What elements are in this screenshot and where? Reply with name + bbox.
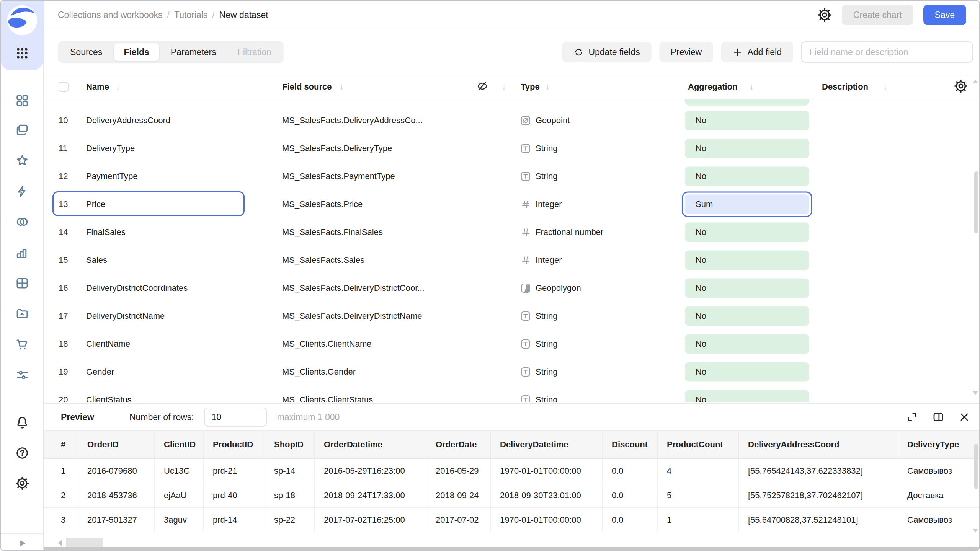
quick-actions-bolt-icon[interactable] <box>15 184 30 199</box>
aggregation-select[interactable]: No <box>682 359 812 385</box>
fields-scrollbar-thumb[interactable] <box>974 171 978 233</box>
field-row[interactable]: 11 DeliveryType MS_SalesFacts.DeliveryTy… <box>44 134 979 162</box>
help-icon[interactable] <box>15 445 30 461</box>
field-type[interactable]: String <box>521 339 557 349</box>
field-type[interactable]: String <box>521 143 557 153</box>
tab-parameters[interactable]: Parameters <box>161 43 226 61</box>
favorites-star-icon[interactable] <box>15 153 30 168</box>
fields-scroll-down-arrow-icon[interactable] <box>973 391 978 395</box>
tab-fields[interactable]: Fields <box>114 43 159 61</box>
column-header-aggregation[interactable]: Aggregation <box>688 82 738 92</box>
select-all-checkbox[interactable] <box>59 82 69 92</box>
aggregation-select[interactable]: No <box>682 275 812 301</box>
split-view-icon[interactable] <box>933 411 944 423</box>
bottom-scrollbar-track[interactable] <box>44 547 979 550</box>
aggregation-select[interactable]: No <box>682 303 812 329</box>
sort-arrow-field-source-icon[interactable]: ↓ <box>340 82 344 92</box>
field-row[interactable]: 13 Price MS_SalesFacts.Price Integer Sum <box>44 190 979 218</box>
aggregation-select[interactable]: No <box>682 135 812 161</box>
horizontal-scrollbar-thumb[interactable] <box>66 538 103 548</box>
datasets-circles-icon[interactable] <box>15 214 30 230</box>
columns-settings-gear-icon[interactable] <box>954 79 968 95</box>
preview-scroll-down-arrow-icon[interactable] <box>973 529 978 533</box>
field-row[interactable]: 19 Gender MS_Clients.Gender String No <box>44 358 979 386</box>
aggregation-select[interactable]: No <box>682 387 812 402</box>
dashboards-table-icon[interactable] <box>15 276 30 291</box>
services-grid-icon[interactable] <box>15 93 30 108</box>
aggregation-select[interactable]: No <box>682 108 812 133</box>
field-type[interactable]: Geopolygon <box>521 283 581 293</box>
field-row[interactable]: 12 PaymentType MS_SalesFacts.PaymentType… <box>44 162 979 190</box>
files-folder-icon[interactable] <box>15 306 30 321</box>
field-row[interactable]: 14 FinalSales MS_SalesFacts.FinalSales F… <box>44 218 979 246</box>
breadcrumb-tutorials[interactable]: Tutorials <box>174 10 207 20</box>
aggregation-select[interactable]: No <box>682 247 812 273</box>
aggregation-value: No <box>696 227 706 237</box>
field-type[interactable]: String <box>521 171 557 181</box>
sort-arrow-aggregation-icon[interactable]: ↓ <box>750 82 754 92</box>
save-button[interactable]: Save <box>923 5 966 25</box>
column-header-name[interactable]: Name <box>86 82 109 92</box>
dataset-settings-gear-icon[interactable] <box>817 8 832 22</box>
field-name: DeliveryDistrictCoordinates <box>86 283 188 293</box>
type-label: Geopoint <box>536 116 570 126</box>
aggregation-select[interactable]: No <box>682 219 812 245</box>
expand-sidebar-button[interactable] <box>15 537 30 549</box>
create-chart-button[interactable]: Create chart <box>842 5 913 25</box>
charts-bars-icon[interactable] <box>15 245 30 260</box>
field-type[interactable]: String <box>521 311 557 321</box>
field-row[interactable]: 17 DeliveryDistrictName MS_SalesFacts.De… <box>44 302 979 330</box>
horizontal-scrollbar[interactable] <box>44 538 971 548</box>
field-row[interactable]: 15 Sales MS_SalesFacts.Sales Integer No <box>44 246 979 274</box>
field-type[interactable]: Fractional number <box>521 227 603 237</box>
rows-count-input[interactable] <box>204 408 267 427</box>
sort-arrow-description-icon[interactable]: ↓ <box>883 82 887 92</box>
refresh-icon <box>573 47 584 57</box>
tab-sources[interactable]: Sources <box>60 43 112 61</box>
field-row[interactable]: 20 ClientStatus MS_Clients.ClientStatus … <box>44 386 979 402</box>
datalens-logo-icon[interactable] <box>7 5 38 36</box>
sort-arrow-name-icon[interactable]: ↓ <box>116 82 120 92</box>
field-source: MS_SalesFacts.FinalSales <box>282 227 383 237</box>
expand-preview-icon[interactable] <box>906 411 918 423</box>
field-name: FinalSales <box>86 227 126 237</box>
settings-gear-icon[interactable] <box>15 476 30 491</box>
apps-grid-icon[interactable] <box>15 46 29 60</box>
fields-scroll-up-arrow-icon[interactable] <box>973 80 978 83</box>
sliders-settings-icon[interactable] <box>15 367 30 383</box>
preview-cell: 2016-05-29T16:23:00 <box>314 459 426 483</box>
update-fields-button[interactable]: Update fields <box>562 42 651 62</box>
marketplace-cart-icon[interactable] <box>15 337 30 352</box>
breadcrumb-collections[interactable]: Collections and workbooks <box>58 10 163 20</box>
eye-off-icon[interactable] <box>477 80 488 93</box>
field-type[interactable]: Integer <box>521 199 562 209</box>
aggregation-select[interactable]: No <box>682 163 812 189</box>
field-type[interactable]: Integer <box>521 255 562 265</box>
preview-button[interactable]: Preview <box>659 42 714 62</box>
field-type[interactable]: String <box>521 367 557 377</box>
field-type[interactable]: String <box>521 395 557 402</box>
column-header-type[interactable]: Type <box>521 82 540 92</box>
field-type[interactable]: Geopoint <box>521 116 570 126</box>
notifications-bell-icon[interactable] <box>15 415 30 430</box>
preview-scrollbar-thumb[interactable] <box>974 444 978 489</box>
row-number: 12 <box>59 171 68 181</box>
collections-icon[interactable] <box>15 122 30 138</box>
field-row[interactable]: 10 DeliveryAddressCoord MS_SalesFacts.De… <box>44 106 979 134</box>
aggregation-value: No <box>696 171 706 181</box>
search-input[interactable] <box>801 41 973 63</box>
aggregation-select[interactable]: No <box>682 331 812 357</box>
row-number: 10 <box>59 116 68 126</box>
sort-arrow-hidden-icon[interactable]: ↓ <box>502 82 506 92</box>
scroll-left-arrow-icon[interactable] <box>58 540 62 546</box>
field-row[interactable]: 16 DeliveryDistrictCoordinates MS_SalesF… <box>44 274 979 302</box>
field-source: MS_SalesFacts.DeliveryDistrictName <box>282 311 422 321</box>
close-preview-icon[interactable] <box>959 411 970 423</box>
add-field-button[interactable]: Add field <box>721 42 793 62</box>
sort-arrow-type-icon[interactable]: ↓ <box>546 82 550 92</box>
column-header-description[interactable]: Description <box>822 82 868 92</box>
aggregation-select[interactable]: Sum <box>682 191 812 217</box>
field-row[interactable]: 18 ClientName MS_Clients.ClientName Stri… <box>44 330 979 358</box>
column-header-field-source[interactable]: Field source <box>282 82 332 92</box>
aggregation-value: No <box>696 311 706 321</box>
